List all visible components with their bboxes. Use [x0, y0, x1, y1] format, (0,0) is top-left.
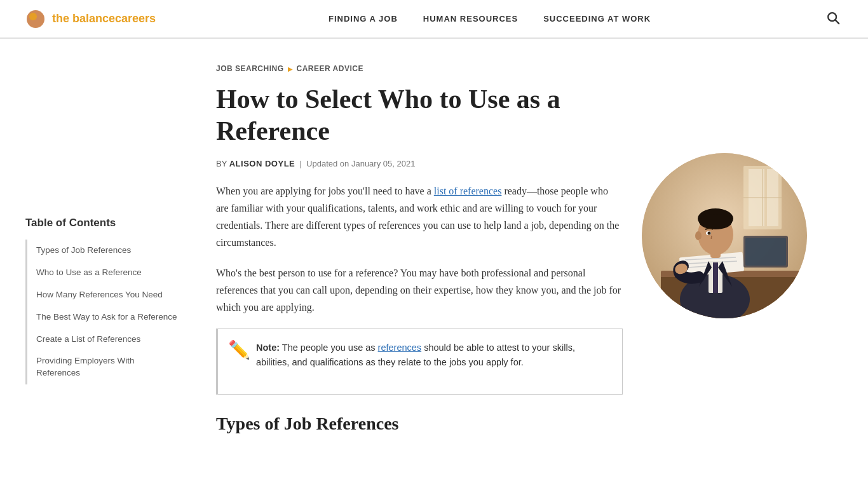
hero-image-area	[642, 153, 820, 434]
article-title: How to Select Who to Use as a Reference	[216, 83, 623, 147]
toc-types-of-references[interactable]: Types of Job References	[36, 245, 178, 257]
toc-best-way[interactable]: The Best Way to Ask for a Reference	[36, 311, 178, 323]
page-wrapper: Table of Contents Types of Job Reference…	[0, 39, 868, 459]
section-heading-types: Types of Job References	[216, 414, 623, 434]
logo[interactable]: the balancecareers	[25, 9, 156, 29]
paragraph-2: Who's the best person to use for a refer…	[216, 264, 623, 316]
nav-succeeding-at-work[interactable]: SUCCEEDING AT WORK	[543, 14, 651, 24]
svg-point-24	[695, 231, 702, 240]
note-label: Note:	[256, 342, 280, 353]
breadcrumb-job-searching[interactable]: JOB SEARCHING	[216, 64, 284, 73]
list-of-references-link[interactable]: list of references	[434, 186, 502, 196]
list-item: Create a List of References	[27, 329, 178, 351]
note-box: ✏️ Note: The people you use as reference…	[216, 329, 623, 395]
svg-point-23	[699, 214, 732, 229]
byline-author[interactable]: ALISON DOYLE	[229, 159, 295, 168]
byline-prefix: BY	[216, 159, 227, 168]
site-header: the balancecareers FINDING A JOB HUMAN R…	[0, 0, 868, 38]
article-body: When you are applying for jobs you'll ne…	[216, 182, 623, 435]
byline-date: Updated on January 05, 2021	[306, 159, 415, 168]
pencil-icon: ✏️	[228, 339, 250, 360]
logo-icon	[25, 9, 46, 29]
note-text: Note: The people you use as references s…	[256, 341, 609, 370]
list-item: The Best Way to Ask for a Reference	[27, 306, 178, 329]
logo-text: the balancecareers	[52, 12, 156, 25]
breadcrumb: JOB SEARCHING ▶ CAREER ADVICE	[216, 64, 623, 73]
svg-rect-19	[713, 262, 718, 293]
main-nav: FINDING A JOB HUMAN RESOURCES SUCCEEDING…	[329, 14, 651, 24]
toc-title: Table of Contents	[25, 217, 178, 229]
byline-updated: |	[297, 159, 306, 168]
hero-image-svg	[642, 153, 807, 318]
toc-create-list[interactable]: Create a List of References	[36, 334, 178, 346]
main-content: JOB SEARCHING ▶ CAREER ADVICE How to Sel…	[216, 64, 623, 434]
nav-human-resources[interactable]: HUMAN RESOURCES	[423, 14, 518, 24]
references-link[interactable]: references	[378, 342, 422, 353]
svg-line-3	[836, 20, 839, 24]
byline: BY ALISON DOYLE | Updated on January 05,…	[216, 159, 623, 168]
search-icon	[826, 11, 840, 25]
list-item: Types of Job References	[27, 240, 178, 262]
list-item: How Many References You Need	[27, 284, 178, 306]
breadcrumb-arrow: ▶	[288, 65, 293, 72]
paragraph-1: When you are applying for jobs you'll ne…	[216, 182, 623, 252]
hero-image-circle	[642, 153, 807, 318]
toc-providing-employers[interactable]: Providing Employers With References	[36, 355, 178, 379]
svg-point-1	[29, 13, 37, 20]
toc-list: Types of Job References Who to Use as a …	[25, 240, 178, 384]
list-item: Providing Employers With References	[27, 350, 178, 384]
svg-rect-29	[745, 238, 786, 266]
toc-who-to-use[interactable]: Who to Use as a Reference	[36, 267, 178, 279]
sidebar: Table of Contents Types of Job Reference…	[25, 217, 191, 434]
nav-finding-a-job[interactable]: FINDING A JOB	[329, 14, 398, 24]
toc-how-many[interactable]: How Many References You Need	[36, 289, 178, 301]
search-button[interactable]	[824, 8, 843, 29]
svg-point-26	[708, 232, 711, 235]
breadcrumb-career-advice[interactable]: CAREER ADVICE	[297, 64, 363, 73]
list-item: Who to Use as a Reference	[27, 262, 178, 284]
